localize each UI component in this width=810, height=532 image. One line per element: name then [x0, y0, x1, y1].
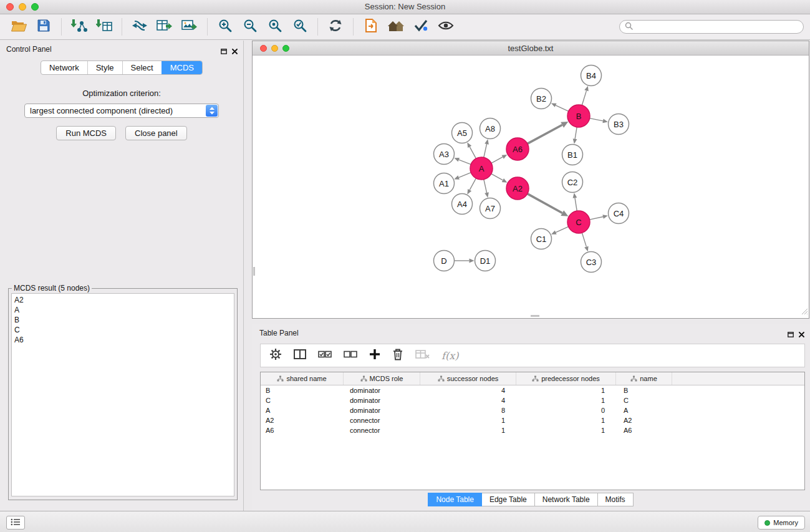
- graph-node-A7[interactable]: A7: [480, 198, 501, 219]
- column-header-shared-name[interactable]: shared name: [261, 372, 344, 385]
- table-row[interactable]: Cdominator41C: [261, 395, 804, 405]
- show-graphics-details-button[interactable]: [433, 16, 458, 37]
- column-header-successor-nodes[interactable]: successor nodes: [420, 372, 516, 385]
- column-header-mcds-role[interactable]: MCDS role: [344, 372, 420, 385]
- close-panel-button[interactable]: Close panel: [125, 126, 187, 140]
- graph-node-C2[interactable]: C2: [562, 172, 583, 193]
- graph-edge-A-A3[interactable]: [459, 160, 471, 164]
- help-button[interactable]: [408, 16, 433, 37]
- graph-edge-B-B1[interactable]: [575, 127, 577, 139]
- table-cell[interactable]: 0: [516, 407, 616, 414]
- graph-node-A1[interactable]: A1: [434, 173, 455, 194]
- import-file-button[interactable]: [359, 16, 383, 37]
- delete-entry-trash-icon[interactable]: [392, 348, 403, 363]
- table-cell[interactable]: 1: [420, 427, 516, 434]
- run-mcds-button[interactable]: Run MCDS: [56, 126, 116, 140]
- graph-node-C3[interactable]: C3: [581, 252, 602, 273]
- table-row[interactable]: A2connector11A2: [261, 415, 804, 425]
- graph-node-A6[interactable]: A6: [506, 138, 529, 160]
- control-tab-network[interactable]: Network: [41, 61, 87, 74]
- graph-node-A8[interactable]: A8: [480, 118, 501, 139]
- graph-node-A3[interactable]: A3: [434, 144, 455, 165]
- search-input[interactable]: [636, 22, 798, 32]
- float-panel-icon[interactable]: [221, 46, 227, 57]
- graph-node-D1[interactable]: D1: [475, 251, 496, 271]
- memory-button[interactable]: Memory: [758, 516, 805, 530]
- control-tab-select[interactable]: Select: [122, 61, 162, 74]
- add-entry-icon[interactable]: [369, 349, 380, 362]
- task-history-button[interactable]: [6, 516, 25, 530]
- show-columns-icon[interactable]: [294, 349, 306, 362]
- import-table-button[interactable]: [92, 16, 117, 37]
- apply-layout-button[interactable]: [323, 16, 348, 37]
- table-cell[interactable]: B: [261, 387, 344, 394]
- graph-edge-A-A7[interactable]: [484, 180, 487, 193]
- toolbar-search[interactable]: [619, 20, 804, 34]
- table-row[interactable]: Bdominator41B: [261, 385, 804, 395]
- graph-edge-A-A4[interactable]: [470, 178, 476, 190]
- table-cell[interactable]: A6: [261, 427, 344, 434]
- float-table-panel-icon[interactable]: [788, 329, 794, 340]
- table-tab-motifs[interactable]: Motifs: [597, 493, 634, 506]
- horizontal-scrollbar[interactable]: [531, 315, 539, 317]
- table-row[interactable]: A6connector11A6: [261, 425, 804, 435]
- close-table-panel-icon[interactable]: [799, 329, 804, 340]
- graph-edge-A6-B[interactable]: [528, 125, 562, 143]
- table-cell[interactable]: 1: [516, 427, 616, 434]
- table-tab-edge-table[interactable]: Edge Table: [481, 493, 535, 506]
- table-cell[interactable]: connector: [344, 417, 420, 424]
- mcds-result-list[interactable]: A2ABCA6: [11, 293, 234, 496]
- table-cell[interactable]: 1: [516, 417, 616, 424]
- graph-node-B1[interactable]: B1: [562, 145, 583, 165]
- graph-edge-A-A2[interactable]: [491, 174, 503, 180]
- table-cell[interactable]: dominator: [344, 407, 420, 414]
- graph-edge-C-C3[interactable]: [582, 233, 586, 246]
- graph-edge-A-A8[interactable]: [484, 144, 487, 158]
- graph-edge-A-A5[interactable]: [470, 147, 476, 158]
- graph-node-C[interactable]: C: [567, 211, 590, 233]
- table-cell[interactable]: B: [616, 387, 672, 394]
- table-cell[interactable]: A2: [616, 417, 672, 424]
- graph-node-A2[interactable]: A2: [506, 177, 529, 200]
- graph-node-B3[interactable]: B3: [609, 114, 629, 135]
- graph-node-B4[interactable]: B4: [581, 65, 602, 86]
- select-all-icon[interactable]: [318, 349, 332, 362]
- graph-node-C1[interactable]: C1: [531, 229, 552, 249]
- zoom-in-button[interactable]: [213, 16, 238, 37]
- graph-node-D[interactable]: D: [434, 251, 455, 271]
- home-button[interactable]: [383, 16, 408, 37]
- table-tab-node-table[interactable]: Node Table: [428, 493, 482, 506]
- network-window-titlebar[interactable]: testGlobe.txt: [253, 41, 809, 56]
- graph-node-A[interactable]: A: [470, 157, 493, 180]
- vertical-scrollbar[interactable]: [253, 267, 255, 276]
- table-cell[interactable]: dominator: [344, 397, 420, 404]
- control-tab-mcds[interactable]: MCDS: [162, 61, 202, 74]
- graph-edge-C-C4[interactable]: [590, 216, 604, 220]
- network-graph[interactable]: B4B2BB3A5A8A6A3B1AA1C2A2A4A7C4CC1C3DD1: [253, 55, 809, 318]
- optimization-criterion-select[interactable]: largest connected component (directed): [24, 104, 219, 118]
- save-session-button[interactable]: [31, 16, 56, 37]
- resize-grip-icon[interactable]: [801, 306, 808, 317]
- clone-network-button[interactable]: [127, 16, 152, 37]
- table-cell[interactable]: A: [261, 407, 344, 414]
- graph-edge-B-B4[interactable]: [582, 90, 586, 105]
- table-cell[interactable]: 1: [516, 397, 616, 404]
- table-cell[interactable]: dominator: [344, 387, 420, 394]
- import-network-button[interactable]: [67, 16, 92, 37]
- table-cell[interactable]: A: [616, 407, 672, 414]
- column-header-predecessor-nodes[interactable]: predecessor nodes: [516, 372, 616, 385]
- graph-edge-C-C1[interactable]: [556, 226, 568, 232]
- control-tab-style[interactable]: Style: [87, 61, 122, 74]
- graph-node-B[interactable]: B: [567, 105, 590, 127]
- graph-node-C4[interactable]: C4: [609, 203, 629, 224]
- graph-edge-A-A1[interactable]: [459, 173, 471, 178]
- zoom-out-button[interactable]: [238, 16, 263, 37]
- graph-edge-B-B3[interactable]: [590, 118, 603, 121]
- table-cell[interactable]: 4: [420, 387, 516, 394]
- table-cell[interactable]: 4: [420, 397, 516, 404]
- graph-edge-A-A6[interactable]: [491, 157, 503, 163]
- table-cell[interactable]: 1: [516, 387, 616, 394]
- column-header-name[interactable]: name: [616, 372, 672, 385]
- export-table-button[interactable]: [152, 16, 177, 37]
- table-cell[interactable]: A2: [261, 417, 344, 424]
